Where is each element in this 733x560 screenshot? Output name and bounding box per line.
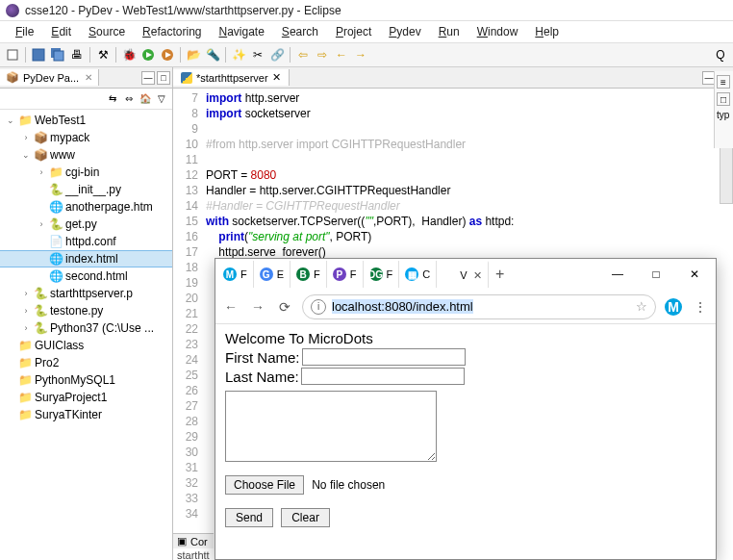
- menu-run[interactable]: Run: [431, 23, 468, 40]
- pydev-package-tab[interactable]: 📦 PyDev Pa... ✕: [0, 69, 99, 86]
- restore-icon[interactable]: □: [717, 92, 730, 106]
- forward-button[interactable]: →: [248, 297, 267, 317]
- collapse-all-icon[interactable]: ⇆: [106, 92, 119, 106]
- tree-item-python37--c--use----[interactable]: ›🐍Python37 (C:\Use ...: [0, 319, 172, 337]
- project-tree[interactable]: ⌄📁WebTest1›📦mypack⌄📦www›📁cgi-bin🐍__init_…: [0, 110, 172, 560]
- tree-item-anotherpage-htm[interactable]: 🌐anotherpage.htm: [0, 198, 172, 216]
- tree-item-testone-py[interactable]: ›🐍testone.py: [0, 302, 172, 319]
- console-view[interactable]: ▣Cor starthtt: [173, 533, 214, 560]
- browser-tab-strip: MFGEBFPFDGF▦CV✕+ — □ ✕: [215, 259, 716, 290]
- tree-item-cgi-bin[interactable]: ›📁cgi-bin: [0, 164, 172, 181]
- browser-tab[interactable]: ▦C: [399, 261, 437, 288]
- console-text: starthtt: [173, 548, 214, 560]
- link-icon[interactable]: 🔗: [268, 46, 286, 64]
- title-bar: csse120 - PyDev - WebTest1/www/starthttp…: [0, 0, 733, 21]
- menu-source[interactable]: Source: [81, 23, 133, 40]
- menu-navigate[interactable]: Navigate: [211, 23, 271, 40]
- minimize-icon[interactable]: —: [141, 71, 155, 85]
- menu-pydev[interactable]: Pydev: [381, 23, 428, 40]
- close-icon[interactable]: ✕: [85, 72, 92, 83]
- browser-tab[interactable]: PF: [327, 261, 364, 288]
- close-icon[interactable]: ✕: [272, 71, 281, 84]
- tree-item-webtest1[interactable]: ⌄📁WebTest1: [0, 112, 172, 129]
- save-icon[interactable]: [30, 46, 47, 64]
- view-menu-icon[interactable]: ▽: [155, 92, 168, 106]
- tree-item-suryaproject1[interactable]: 📁SuryaProject1: [0, 389, 172, 406]
- menu-file[interactable]: File: [8, 23, 41, 40]
- send-button[interactable]: Send: [225, 508, 273, 527]
- right-trim: ≡ □ typ: [714, 71, 733, 148]
- menu-bar: FileEditSourceRefactoringNavigateSearchP…: [0, 21, 733, 42]
- address-bar[interactable]: i localhost:8080/index.html ☆: [302, 294, 656, 319]
- no-file-label: No file chosen: [312, 478, 385, 492]
- last-name-label: Last Name:: [225, 369, 299, 385]
- close-icon[interactable]: ✕: [473, 269, 482, 282]
- clear-button[interactable]: Clear: [281, 508, 330, 527]
- menu-project[interactable]: Project: [328, 23, 379, 40]
- reload-button[interactable]: ⟳: [275, 297, 294, 317]
- menu-help[interactable]: Help: [527, 23, 567, 40]
- tree-item-suryatkinter[interactable]: 📁SuryaTKinter: [0, 406, 172, 423]
- menu-search[interactable]: Search: [274, 23, 326, 40]
- menu-window[interactable]: Window: [469, 23, 526, 40]
- type-hierarchy-label[interactable]: typ: [717, 110, 731, 120]
- new-icon[interactable]: [4, 46, 21, 64]
- run-icon[interactable]: [139, 46, 157, 64]
- run-last-icon[interactable]: [159, 46, 176, 64]
- browser-tab[interactable]: DGF: [364, 261, 400, 288]
- bookmark-icon[interactable]: ☆: [636, 299, 647, 314]
- forward-icon[interactable]: ⇨: [314, 46, 331, 64]
- svg-rect-3: [54, 51, 63, 61]
- svg-rect-1: [33, 49, 44, 61]
- build-icon[interactable]: ⚒: [94, 46, 112, 64]
- browser-tab[interactable]: BF: [291, 261, 327, 288]
- menu-edit[interactable]: Edit: [43, 23, 79, 40]
- minimize-button[interactable]: —: [598, 261, 637, 288]
- link-editor-icon[interactable]: ⇔: [122, 92, 136, 106]
- last-name-input[interactable]: [301, 368, 465, 385]
- prev-edit-icon[interactable]: ←: [333, 46, 350, 64]
- choose-file-button[interactable]: Choose File: [225, 475, 304, 495]
- back-button[interactable]: ←: [221, 297, 240, 317]
- next-edit-icon[interactable]: →: [352, 46, 369, 64]
- tree-item-pro2[interactable]: 📁Pro2: [0, 354, 172, 371]
- profile-icon[interactable]: M: [664, 297, 683, 317]
- tree-item-starthttpserver-p[interactable]: ›🐍starthttpserver.p: [0, 285, 172, 302]
- pydev-icon: 📦: [6, 71, 19, 84]
- tree-item-httpd-conf[interactable]: 📄httpd.conf: [0, 233, 172, 250]
- browser-tab[interactable]: GE: [254, 261, 291, 288]
- tree-item-second-html[interactable]: 🌐second.html: [0, 267, 172, 285]
- close-button[interactable]: ✕: [675, 261, 714, 288]
- back-icon[interactable]: ⇦: [294, 46, 312, 64]
- tree-item---init---py[interactable]: 🐍__init__.py: [0, 181, 172, 198]
- outline-icon[interactable]: ≡: [717, 75, 730, 89]
- debug-icon[interactable]: 🐞: [120, 46, 138, 64]
- tree-item-get-py[interactable]: ›🐍get.py: [0, 216, 172, 233]
- print-icon[interactable]: 🖶: [68, 46, 86, 64]
- tree-item-index-html[interactable]: 🌐index.html: [0, 250, 172, 267]
- maximize-icon[interactable]: □: [157, 71, 170, 85]
- first-name-input[interactable]: [302, 348, 466, 366]
- save-all-icon[interactable]: [49, 46, 66, 64]
- quick-access-icon[interactable]: Q: [712, 46, 729, 64]
- browser-toolbar: ← → ⟳ i localhost:8080/index.html ☆ M ⋮: [215, 290, 716, 324]
- tree-item-mypack[interactable]: ›📦mypack: [0, 129, 172, 146]
- open-type-icon[interactable]: 📂: [185, 46, 202, 64]
- filter-icon[interactable]: 🏠: [139, 92, 152, 106]
- search-icon[interactable]: 🔦: [204, 46, 221, 64]
- maximize-button[interactable]: □: [637, 261, 675, 288]
- browser-tab[interactable]: MF: [217, 261, 254, 288]
- tree-item-www[interactable]: ⌄📦www: [0, 146, 172, 164]
- wand-icon[interactable]: ✨: [230, 46, 247, 64]
- tree-item-guiclass[interactable]: 📁GUIClass: [0, 337, 172, 354]
- cut-icon[interactable]: ✂: [249, 46, 266, 64]
- site-info-icon[interactable]: i: [311, 299, 326, 315]
- new-tab-button[interactable]: +: [489, 266, 512, 283]
- browser-tab[interactable]: V✕: [437, 261, 488, 288]
- menu-icon[interactable]: ⋮: [691, 297, 710, 317]
- message-textarea[interactable]: [225, 391, 437, 462]
- editor-tab-starthttpserver[interactable]: *starthttpserver ✕: [173, 69, 290, 86]
- tree-item-pythonmysql1[interactable]: 📁PythonMySQL1: [0, 371, 172, 389]
- menu-refactoring[interactable]: Refactoring: [135, 23, 209, 40]
- main-toolbar: 🖶 ⚒ 🐞 📂 🔦 ✨ ✂ 🔗 ⇦ ⇨ ← → Q: [0, 42, 733, 67]
